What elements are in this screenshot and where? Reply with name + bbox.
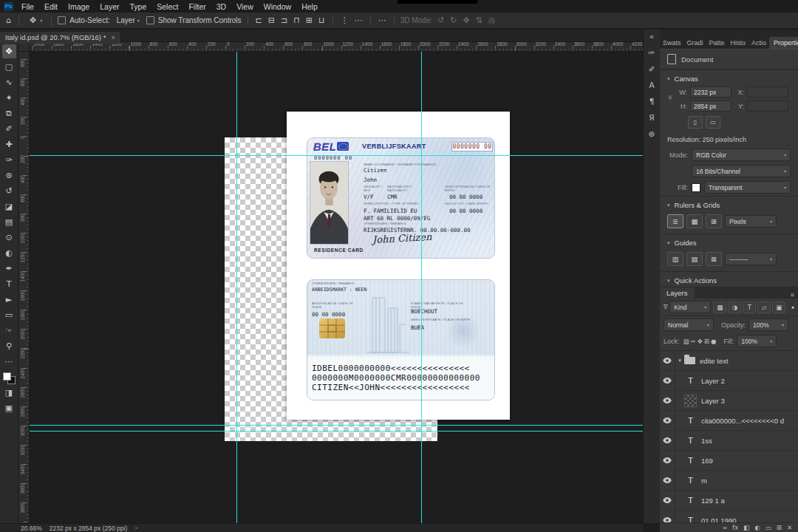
lock-image-pixels-icon[interactable]: ✑ bbox=[690, 338, 697, 345]
layers-panel-menu-icon[interactable]: ≡ bbox=[787, 291, 798, 299]
delete-layer-icon[interactable]: ✕ bbox=[787, 525, 792, 531]
rectangular-marquee-tool[interactable]: ▢ bbox=[2, 60, 16, 74]
layer-visibility-toggle[interactable] bbox=[660, 391, 675, 410]
opacity-dropdown[interactable]: 100% bbox=[748, 318, 788, 331]
3d-zoom-icon[interactable]: ◎ bbox=[487, 16, 497, 25]
layer-visibility-toggle[interactable] bbox=[660, 371, 675, 390]
more-options-icon[interactable]: ⋯ bbox=[377, 16, 388, 25]
height-field[interactable]: 2854 px bbox=[690, 100, 732, 112]
menu-item[interactable]: Layer bbox=[95, 1, 124, 12]
crop-tool[interactable]: ⧉ bbox=[2, 106, 16, 120]
clear-guides-icon[interactable]: ⊠ bbox=[706, 252, 722, 266]
vertical-ruler[interactable]: 8006004002000200400600800100012001400160… bbox=[18, 52, 30, 523]
collapse-panels-icon[interactable]: « bbox=[649, 32, 654, 41]
align-left-edges-icon[interactable]: ⊏ bbox=[254, 16, 264, 25]
layer-visibility-toggle[interactable] bbox=[660, 491, 675, 510]
lock-guides-icon[interactable]: ▤ bbox=[686, 252, 703, 266]
fill-dropdown[interactable]: Transparent bbox=[704, 181, 791, 194]
toggle-grid-icon[interactable]: ▦ bbox=[686, 214, 703, 228]
quick-actions-section-header[interactable]: ▾ Quick Actions bbox=[660, 271, 798, 287]
filter-smart-objects-icon[interactable]: ▣ bbox=[772, 301, 785, 313]
3d-orbit-icon[interactable]: ↺ bbox=[436, 16, 446, 25]
type-tool[interactable]: T bbox=[2, 277, 16, 291]
path-selection-tool[interactable]: ► bbox=[2, 293, 16, 307]
filter-adjustment-layers-icon[interactable]: ◑ bbox=[728, 301, 741, 313]
panel-tab[interactable]: Gradi bbox=[684, 37, 706, 49]
layer-row[interactable]: cita000000...<<<<<<<<0 d bbox=[660, 411, 798, 431]
tab-close-icon[interactable]: × bbox=[111, 34, 115, 41]
quick-mask-icon[interactable]: ◨ bbox=[2, 386, 16, 400]
foreground-color-swatch[interactable] bbox=[3, 372, 11, 381]
panel-tab[interactable]: Patte bbox=[706, 37, 728, 49]
pen-tool[interactable]: ✒ bbox=[2, 262, 16, 276]
current-tool-dropdown[interactable]: ✥ bbox=[25, 15, 45, 26]
brush-tool[interactable]: ✑ bbox=[2, 153, 16, 167]
group-expand-arrow[interactable] bbox=[675, 358, 684, 364]
layer-name[interactable]: 129 1 a bbox=[701, 497, 725, 505]
lasso-tool[interactable]: ∿ bbox=[2, 75, 16, 89]
link-dimensions-icon[interactable]: ∞ bbox=[666, 95, 674, 100]
layer-thumbnail[interactable] bbox=[684, 474, 697, 487]
layer-row[interactable]: 129 1 a bbox=[660, 491, 798, 511]
horizontal-ruler[interactable]: 2000180016001400120010008006004002000200… bbox=[30, 41, 643, 52]
layer-row[interactable]: edite text bbox=[660, 351, 798, 371]
layer-name[interactable]: 169 bbox=[701, 457, 713, 465]
distribute-vertical-icon[interactable]: ⋮ bbox=[339, 16, 350, 25]
layer-row[interactable]: 169 bbox=[660, 451, 798, 471]
menu-item[interactable]: Window bbox=[259, 1, 296, 12]
clone-stamp-tool[interactable]: ⊛ bbox=[2, 168, 16, 183]
object-selection-tool[interactable]: ✦ bbox=[2, 91, 16, 105]
layer-row[interactable]: Layer 3 bbox=[660, 391, 798, 411]
fill-swatch[interactable] bbox=[692, 183, 700, 192]
align-right-edges-icon[interactable]: ⊐ bbox=[279, 16, 289, 25]
paragraph-panel-icon[interactable]: ¶ bbox=[649, 97, 655, 106]
id-card-back[interactable]: OPMERKINGEN / REMARKS ARBEIDSMARKT : NEE… bbox=[307, 279, 495, 400]
add-layer-mask-icon[interactable]: ◧ bbox=[743, 525, 749, 531]
layer-row[interactable]: Layer 2 bbox=[660, 371, 798, 391]
layer-visibility-toggle[interactable] bbox=[660, 451, 675, 470]
layer-thumbnail[interactable] bbox=[684, 395, 697, 407]
new-layer-icon[interactable]: ⊞ bbox=[777, 525, 782, 531]
align-vertical-centers-icon[interactable]: ⊞ bbox=[304, 16, 314, 25]
layer-thumbnail[interactable] bbox=[684, 494, 697, 507]
landscape-orientation-icon[interactable]: ▭ bbox=[706, 116, 720, 129]
guides-section-header[interactable]: ▾ Guides bbox=[660, 233, 798, 249]
edit-toolbar-icon[interactable]: ⋯ bbox=[2, 355, 16, 369]
rectangle-tool[interactable]: ▭ bbox=[2, 308, 16, 322]
glyphs-panel-icon[interactable]: Я bbox=[649, 113, 654, 122]
layer-visibility-toggle[interactable] bbox=[660, 471, 675, 490]
filter-toggle-icon[interactable]: ● bbox=[791, 304, 794, 310]
layer-name[interactable]: 1ss bbox=[701, 437, 712, 445]
layer-thumbnail[interactable] bbox=[684, 434, 697, 447]
panel-tab[interactable]: Actio bbox=[748, 37, 769, 49]
color-swatches[interactable] bbox=[3, 372, 16, 384]
filter-kind-dropdown[interactable]: Kind bbox=[669, 301, 711, 313]
lock-position-icon[interactable]: ✥ bbox=[697, 338, 703, 345]
panel-tab[interactable]: Swats bbox=[660, 37, 684, 49]
link-layers-icon[interactable]: ∞ bbox=[722, 525, 727, 531]
layer-name[interactable]: cita000000...<<<<<<<<0 d bbox=[701, 417, 784, 425]
menu-item[interactable]: Filter bbox=[183, 1, 211, 12]
layer-row[interactable]: m bbox=[660, 471, 798, 491]
panel-tab[interactable]: Histo bbox=[728, 37, 749, 49]
layer-row[interactable]: 1ss bbox=[660, 431, 798, 451]
gradient-tool[interactable]: ▤ bbox=[2, 215, 16, 229]
history-brush-tool[interactable]: ↺ bbox=[2, 184, 16, 198]
layer-thumbnail[interactable] bbox=[684, 375, 697, 387]
layer-visibility-toggle[interactable] bbox=[660, 411, 675, 430]
status-options-chevron[interactable]: > bbox=[134, 525, 137, 531]
align-bottom-edges-icon[interactable]: ⊔ bbox=[317, 16, 327, 25]
layer-thumbnail[interactable] bbox=[684, 357, 695, 364]
layer-thumbnail[interactable] bbox=[684, 454, 697, 467]
dodge-tool[interactable]: ◐ bbox=[2, 246, 16, 260]
align-top-edges-icon[interactable]: ⊓ bbox=[292, 16, 301, 25]
layer-style-icon[interactable]: fx bbox=[732, 525, 738, 531]
clone-source-panel-icon[interactable]: ⊛ bbox=[649, 129, 655, 138]
layer-thumbnail[interactable] bbox=[684, 514, 697, 523]
lock-artboard-icon[interactable]: ⊞ bbox=[703, 338, 710, 345]
show-transform-checkbox[interactable] bbox=[146, 16, 154, 24]
color-mode-dropdown[interactable]: RGB Color bbox=[692, 149, 791, 161]
3d-pan-icon[interactable]: ✥ bbox=[461, 16, 471, 25]
layer-visibility-toggle[interactable] bbox=[660, 351, 675, 370]
layer-name[interactable]: 01.01.1990 bbox=[701, 516, 737, 523]
